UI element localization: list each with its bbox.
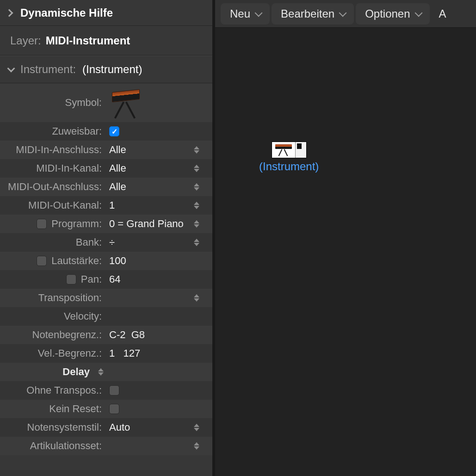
label-midi-out-port: MIDI-Out-Anschluss: xyxy=(0,181,105,193)
chevron-down-icon xyxy=(7,65,15,73)
inspector-panel: Dynamische Hilfe Layer: MIDI-Instrument … xyxy=(0,0,215,476)
label-midi-in-channel: MIDI-In-Kanal: xyxy=(0,162,105,174)
row-assignable: Zuweisbar: xyxy=(0,122,212,141)
text-bank: ÷ xyxy=(109,236,115,248)
value-articulation-set[interactable] xyxy=(105,437,212,455)
text-midi-in-channel: Alle xyxy=(109,162,126,174)
stepper-icon[interactable] xyxy=(194,442,199,450)
value-no-reset xyxy=(105,400,212,418)
volume-enable-checkbox[interactable] xyxy=(37,256,47,266)
chevron-right-icon xyxy=(6,9,13,17)
text-note-limit: C-2 G8 xyxy=(109,329,145,341)
value-bank[interactable]: ÷ xyxy=(105,233,212,252)
pan-enable-checkbox[interactable] xyxy=(66,274,76,284)
dynamic-help-header[interactable]: Dynamische Hilfe xyxy=(0,0,212,26)
label-transpose: Transposition: xyxy=(0,292,105,304)
row-articulation-set: Artikulationsset: xyxy=(0,437,212,455)
label-vel-limit: Vel.-Begrenz.: xyxy=(0,347,105,359)
layer-row[interactable]: Layer: MIDI-Instrument xyxy=(0,26,212,56)
label-assignable: Zuweisbar: xyxy=(0,125,105,137)
text-vel-limit: 1 127 xyxy=(109,347,140,359)
value-volume[interactable]: 100 xyxy=(105,252,212,270)
row-transpose: Transposition: xyxy=(0,289,212,307)
flag-icon xyxy=(297,143,302,149)
stepper-icon[interactable] xyxy=(98,368,104,376)
menu-neu-label: Neu xyxy=(230,7,250,20)
menu-ansicht-partial[interactable]: A xyxy=(432,7,451,20)
value-staff-style[interactable]: Auto xyxy=(105,418,212,437)
value-assignable xyxy=(105,122,212,141)
row-midi-out-port: MIDI-Out-Anschluss: Alle xyxy=(0,178,212,196)
text-staff-style: Auto xyxy=(109,421,130,433)
stepper-icon[interactable] xyxy=(194,183,199,191)
value-midi-in-channel[interactable]: Alle xyxy=(105,159,212,178)
chevron-down-icon xyxy=(339,9,347,17)
chevron-down-icon xyxy=(414,9,422,17)
row-velocity: Velocity: xyxy=(0,307,212,326)
stepper-icon[interactable] xyxy=(194,165,199,172)
menu-optionen-label: Optionen xyxy=(365,7,410,20)
row-no-transpose: Ohne Transpos.: xyxy=(0,381,212,400)
text-midi-in-port: Alle xyxy=(109,144,126,156)
label-articulation-set: Artikulationsset: xyxy=(0,440,105,452)
label-no-transpose: Ohne Transpos.: xyxy=(0,384,105,396)
menu-bearbeiten[interactable]: Bearbeiten xyxy=(272,3,354,25)
label-midi-in-port: MIDI-In-Anschluss: xyxy=(0,144,105,156)
environment-canvas-pane: Neu Bearbeiten Optionen A (Instr xyxy=(215,0,476,476)
label-bank: Bank: xyxy=(0,236,105,248)
menu-neu[interactable]: Neu xyxy=(221,3,270,25)
text-pan: 64 xyxy=(109,273,120,285)
stepper-icon[interactable] xyxy=(194,424,199,431)
environment-toolbar: Neu Bearbeiten Optionen A xyxy=(215,0,476,28)
value-pan[interactable]: 64 xyxy=(105,270,212,289)
value-transpose[interactable] xyxy=(105,289,212,307)
stepper-icon[interactable] xyxy=(194,146,199,154)
instrument-label: Instrument: xyxy=(20,63,76,76)
text-volume: 100 xyxy=(109,255,126,267)
label-delay[interactable]: Delay xyxy=(0,366,105,378)
label-pan: Pan: xyxy=(0,273,105,285)
row-program: Programm: 0 = Grand Piano xyxy=(0,215,212,233)
value-midi-in-port[interactable]: Alle xyxy=(105,141,212,159)
value-midi-out-port[interactable]: Alle xyxy=(105,178,212,196)
row-note-limit: Notenbegrenz.: C-2 G8 xyxy=(0,326,212,344)
label-pan-text: Pan: xyxy=(81,273,102,285)
value-note-limit[interactable]: C-2 G8 xyxy=(105,326,212,344)
menu-optionen[interactable]: Optionen xyxy=(356,3,429,25)
label-program: Programm: xyxy=(0,218,105,230)
environment-instrument-object[interactable]: (Instrument) xyxy=(259,142,319,173)
label-no-reset: Kein Reset: xyxy=(0,403,105,415)
assignable-checkbox[interactable] xyxy=(109,126,119,136)
row-volume: Lautstärke: 100 xyxy=(0,252,212,270)
dynamic-help-title: Dynamische Hilfe xyxy=(20,6,113,19)
program-enable-checkbox[interactable] xyxy=(37,219,47,229)
environment-workspace[interactable]: (Instrument) xyxy=(215,28,476,476)
row-pan: Pan: 64 xyxy=(0,270,212,289)
row-symbol: Symbol: xyxy=(0,83,212,122)
label-midi-out-channel: MIDI-Out-Kanal: xyxy=(0,199,105,211)
row-midi-out-channel: MIDI-Out-Kanal: 1 xyxy=(0,196,212,215)
value-symbol[interactable] xyxy=(105,83,212,122)
no-transpose-checkbox[interactable] xyxy=(109,385,119,396)
value-program[interactable]: 0 = Grand Piano xyxy=(105,215,212,233)
instrument-object-label[interactable]: (Instrument) xyxy=(259,160,319,173)
row-bank: Bank: ÷ xyxy=(0,233,212,252)
value-delay[interactable] xyxy=(105,363,212,381)
no-reset-checkbox[interactable] xyxy=(109,404,119,414)
row-staff-style: Notensystemstil: Auto xyxy=(0,418,212,437)
row-midi-in-port: MIDI-In-Anschluss: Alle xyxy=(0,141,212,159)
synth-keyboard-icon xyxy=(109,87,141,118)
chevron-down-icon xyxy=(255,9,263,17)
value-vel-limit[interactable]: 1 127 xyxy=(105,344,212,363)
stepper-icon[interactable] xyxy=(194,202,199,209)
stepper-icon[interactable] xyxy=(194,220,199,228)
stepper-icon[interactable] xyxy=(194,294,199,302)
value-velocity[interactable] xyxy=(105,307,212,326)
stepper-icon[interactable] xyxy=(194,239,199,246)
label-symbol: Symbol: xyxy=(0,97,105,109)
value-midi-out-channel[interactable]: 1 xyxy=(105,196,212,215)
label-staff-style: Notensystemstil: xyxy=(0,421,105,433)
row-midi-in-channel: MIDI-In-Kanal: Alle xyxy=(0,159,212,178)
instrument-disclosure-row[interactable]: Instrument: (Instrument) xyxy=(0,56,212,83)
layer-value: MIDI-Instrument xyxy=(46,34,130,47)
